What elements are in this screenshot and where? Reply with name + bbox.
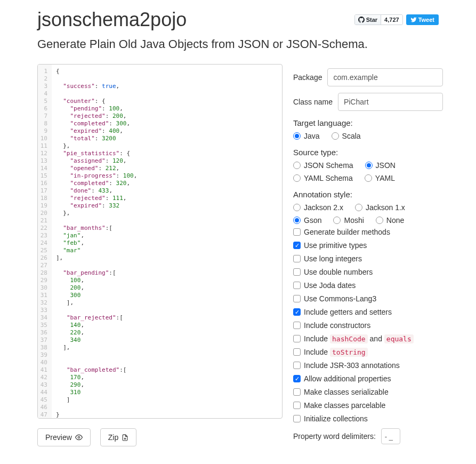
checkbox-label: Include hashCode and equals	[304, 334, 414, 343]
checkbox-input[interactable]	[293, 228, 301, 236]
checkbox-input[interactable]	[293, 242, 301, 249]
radio-input[interactable]	[365, 162, 373, 169]
checkbox-label: Use long integers	[304, 254, 362, 263]
checkbox-label: Initialize collections	[304, 414, 368, 423]
radio-label: YAML Schema	[304, 174, 353, 182]
checkbox-input[interactable]	[293, 402, 301, 409]
annotation-option[interactable]: Jackson 1.x	[355, 203, 405, 212]
option-checkbox[interactable]: Use long integers	[293, 254, 443, 263]
radio-input[interactable]	[293, 204, 301, 211]
editor-code[interactable]: { "success": true, "counter": { "pending…	[52, 65, 282, 418]
radio-label: YAML	[375, 174, 395, 182]
option-checkbox[interactable]: Use double numbers	[293, 268, 443, 276]
tweet-label: Tweet	[418, 17, 434, 23]
checkbox-input[interactable]	[293, 335, 301, 342]
option-checkbox[interactable]: Use primitive types	[293, 241, 443, 250]
radio-input[interactable]	[293, 174, 301, 182]
delimiters-label: Property word delimiters:	[293, 432, 376, 441]
radio-input[interactable]	[333, 217, 341, 224]
option-checkbox[interactable]: Use Commons-Lang3	[293, 294, 443, 303]
checkbox-label: Include JSR-303 annotations	[304, 361, 400, 370]
annotation-option[interactable]: None	[376, 216, 404, 225]
preview-label: Preview	[45, 433, 72, 442]
annotation-group: Jackson 2.xJackson 1.xGsonMoshiNone	[293, 203, 443, 225]
checkbox-input[interactable]	[293, 388, 301, 396]
checkbox-label: Use Joda dates	[304, 281, 356, 290]
target-language-option[interactable]: Scala	[332, 132, 361, 140]
option-checkbox[interactable]: Use Joda dates	[293, 281, 443, 290]
checkbox-input[interactable]	[293, 295, 301, 302]
radio-input[interactable]	[332, 132, 339, 140]
eye-icon	[75, 434, 83, 441]
annotation-option[interactable]: Jackson 2.x	[293, 203, 343, 212]
package-label: Package	[293, 73, 322, 82]
option-checkbox[interactable]: Allow additional properties	[293, 374, 443, 383]
header: jsonschema2pojo Star 4,727 Tweet	[37, 9, 439, 31]
options-checklist: Generate builder methodsUse primitive ty…	[293, 228, 443, 423]
source-type-option[interactable]: JSON	[365, 161, 396, 170]
radio-input[interactable]	[293, 217, 301, 224]
github-star-count: 4,727	[381, 15, 402, 25]
page-title: jsonschema2pojo	[37, 9, 187, 31]
option-checkbox[interactable]: Generate builder methods	[293, 228, 443, 236]
annotation-option[interactable]: Gson	[293, 216, 321, 225]
radio-label: Java	[304, 132, 320, 140]
radio-label: JSON Schema	[304, 161, 353, 170]
radio-input[interactable]	[293, 132, 301, 140]
checkbox-input[interactable]	[293, 362, 301, 369]
checkbox-input[interactable]	[293, 255, 301, 262]
target-language-option[interactable]: Java	[293, 132, 320, 140]
radio-input[interactable]	[355, 204, 362, 211]
checkbox-input[interactable]	[293, 282, 301, 289]
option-checkbox[interactable]: Include hashCode and equals	[293, 334, 443, 343]
zip-button[interactable]: Zip	[100, 428, 136, 446]
checkbox-label: Make classes serializable	[304, 388, 389, 396]
source-type-option[interactable]: YAML	[365, 174, 395, 182]
checkbox-label: Include getters and setters	[304, 308, 392, 316]
subtitle: Generate Plain Old Java Objects from JSO…	[37, 37, 439, 51]
checkbox-input[interactable]	[293, 322, 301, 329]
target-language-label: Target language:	[293, 118, 443, 127]
github-icon	[358, 17, 365, 23]
option-checkbox[interactable]: Make classes parcelable	[293, 401, 443, 410]
option-checkbox[interactable]: Include toString	[293, 348, 443, 356]
twitter-icon	[410, 17, 417, 23]
annotation-option[interactable]: Moshi	[333, 216, 364, 225]
social-buttons: Star 4,727 Tweet	[354, 14, 439, 25]
source-type-label: Source type:	[293, 148, 443, 157]
source-type-option[interactable]: JSON Schema	[293, 161, 353, 170]
checkbox-label: Include constructors	[304, 321, 370, 330]
checkbox-label: Make classes parcelable	[304, 401, 385, 410]
option-checkbox[interactable]: Include constructors	[293, 321, 443, 330]
checkbox-label: Generate builder methods	[304, 228, 390, 236]
checkbox-label: Use primitive types	[304, 241, 367, 250]
option-checkbox[interactable]: Include getters and setters	[293, 308, 443, 316]
github-star-label: Star	[366, 17, 377, 23]
checkbox-input[interactable]	[293, 375, 301, 382]
zip-label: Zip	[108, 433, 118, 442]
json-editor[interactable]: 1234567891011121314151617181920212223242…	[37, 64, 283, 419]
checkbox-input[interactable]	[293, 268, 301, 276]
delimiters-input[interactable]	[381, 428, 400, 444]
tweet-button[interactable]: Tweet	[406, 14, 439, 25]
classname-label: Class name	[293, 98, 333, 106]
radio-input[interactable]	[376, 217, 383, 224]
option-checkbox[interactable]: Initialize collections	[293, 414, 443, 423]
file-icon	[122, 434, 128, 441]
option-checkbox[interactable]: Include JSR-303 annotations	[293, 361, 443, 370]
source-type-option[interactable]: YAML Schema	[293, 174, 353, 182]
classname-input[interactable]	[338, 93, 443, 111]
github-star-button[interactable]: Star 4,727	[354, 14, 403, 25]
checkbox-input[interactable]	[293, 308, 301, 316]
checkbox-input[interactable]	[293, 348, 301, 356]
checkbox-input[interactable]	[293, 415, 301, 422]
package-input[interactable]	[327, 68, 442, 86]
radio-label: Moshi	[344, 216, 364, 225]
option-checkbox[interactable]: Make classes serializable	[293, 388, 443, 396]
radio-input[interactable]	[365, 174, 372, 182]
radio-label: Scala	[342, 132, 361, 140]
radio-label: Jackson 1.x	[366, 203, 405, 212]
radio-input[interactable]	[293, 162, 301, 169]
checkbox-label: Allow additional properties	[304, 374, 391, 383]
preview-button[interactable]: Preview	[37, 428, 91, 446]
